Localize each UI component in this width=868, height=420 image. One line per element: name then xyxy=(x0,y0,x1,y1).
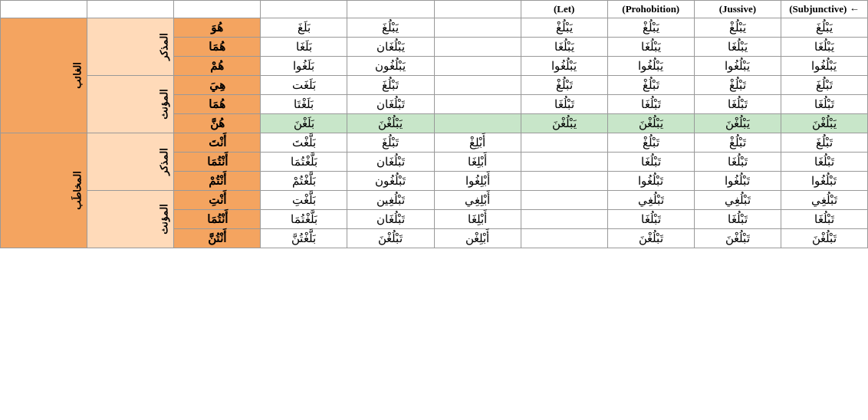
cell-imperative xyxy=(434,57,521,76)
cell-prohibition: تَبْلُغَا xyxy=(607,153,694,172)
cell-perfect: بَلَّغْتُمْ xyxy=(261,172,347,191)
cell-jussive: تَبْلُغْ xyxy=(694,76,781,95)
cell-jussive: يَبْلُغْنَ xyxy=(694,114,781,133)
cell-imperfect: تَبْلُغْنَ xyxy=(347,229,434,248)
cell-subjunctive: تَبْلُغَا xyxy=(781,210,867,229)
cell-prohibition: تَبْلُغْ xyxy=(607,76,694,95)
cell-perfect: بَلَّغْتُمَا xyxy=(261,210,347,229)
cell-perfect: بَلَغُوا xyxy=(261,57,347,76)
cell-imperative xyxy=(434,18,521,38)
cell-imperfect: يَبْلُغْنَ xyxy=(347,114,434,133)
cell-prohibition: تَبْلُغَا xyxy=(607,210,694,229)
cell-perfect: بَلَّغْتَ xyxy=(261,133,347,153)
cell-imperative: أَبْلِغْن xyxy=(434,229,521,248)
cell-imperative xyxy=(434,38,521,57)
cell-jussive: تَبْلُغَا xyxy=(694,153,781,172)
cell-perfect: بَلَغْتَا xyxy=(261,95,347,114)
cell-jussive: يَبْلُغْ xyxy=(694,18,781,38)
cell-gender: المؤنث xyxy=(87,76,174,133)
cell-gender: المذكر xyxy=(87,18,174,76)
cell-let: تَبْلُغْ xyxy=(521,76,607,95)
header-empty1 xyxy=(434,1,521,18)
cell-imperfect: تَبْلُغَ xyxy=(347,76,434,95)
table-body: يَبْلُغَيَبْلُغْيَبْلُغْيَبْلُغْيَبْلُغَ… xyxy=(1,18,868,248)
cell-pronoun: أَنْتُمْ xyxy=(174,172,261,191)
cell-subjunctive: يَبْلُغُوا xyxy=(781,57,867,76)
cell-imperfect: تَبْلُغُون xyxy=(347,172,434,191)
cell-prohibition: تَبْلُغْ xyxy=(607,133,694,153)
header-empty2 xyxy=(347,1,434,18)
table-row: تَبْلُغَتَبْلُغْتَبْلُغْتَبْلُغْتَبْلُغَ… xyxy=(1,76,868,95)
cell-subjunctive: تَبْلُغِي xyxy=(781,191,867,210)
cell-let: يَبْلُغُوا xyxy=(521,57,607,76)
cell-pronoun: أَنْتَ xyxy=(174,133,261,153)
cell-jussive: تَبْلُغَا xyxy=(694,95,781,114)
cell-let xyxy=(521,191,607,210)
cell-perfect: بَلَغَا xyxy=(261,38,347,57)
cell-jussive: تَبْلُغْنَ xyxy=(694,229,781,248)
cell-imperfect: تَبْلُغِين xyxy=(347,191,434,210)
cell-person: الغائب xyxy=(1,18,87,133)
header-empty3 xyxy=(261,1,347,18)
cell-pronoun: هُمَا xyxy=(174,95,261,114)
cell-perfect: بَلَّغْتُنَّ xyxy=(261,229,347,248)
cell-let xyxy=(521,229,607,248)
cell-prohibition: تَبْلُغِي xyxy=(607,191,694,210)
header-row: ← (Subjunctive) (Jussive) (Prohobition) … xyxy=(1,1,868,18)
table-row: يَبْلُغَيَبْلُغْيَبْلُغْيَبْلُغْيَبْلُغَ… xyxy=(1,18,868,38)
cell-imperative xyxy=(434,95,521,114)
cell-prohibition: يَبْلُغَا xyxy=(607,38,694,57)
cell-pronoun: أَنْتُمَا xyxy=(174,153,261,172)
cell-pronoun: أَنْتُنَّ xyxy=(174,229,261,248)
cell-person: المخاطَب xyxy=(1,133,87,248)
header-prohibition: (Prohobition) xyxy=(607,1,694,18)
cell-subjunctive: تَبْلُغَ xyxy=(781,76,867,95)
cell-subjunctive: تَبْلُغَا xyxy=(781,153,867,172)
cell-perfect: بَلَّغْتِ xyxy=(261,191,347,210)
cell-imperative: أَبْلِغُوا xyxy=(434,172,521,191)
cell-jussive: تَبْلُغِي xyxy=(694,191,781,210)
cell-imperative: أَبْلِغِي xyxy=(434,191,521,210)
cell-subjunctive: تَبْلُغْنَ xyxy=(781,229,867,248)
cell-imperfect: يَبْلُغَان xyxy=(347,38,434,57)
cell-jussive: تَبْلُغْ xyxy=(694,133,781,153)
cell-let: يَبْلُغَا xyxy=(521,38,607,57)
cell-imperfect: يَبْلُغُون xyxy=(347,57,434,76)
cell-let xyxy=(521,133,607,153)
cell-perfect: بَلَغَ xyxy=(261,18,347,38)
cell-subjunctive: يَبْلُغَ xyxy=(781,18,867,38)
header-empty4 xyxy=(174,1,261,18)
cell-let xyxy=(521,210,607,229)
header-jussive: (Jussive) xyxy=(694,1,781,18)
cell-pronoun: هُمَا xyxy=(174,38,261,57)
header-empty5 xyxy=(87,1,174,18)
cell-jussive: تَبْلُغَا xyxy=(694,210,781,229)
cell-imperfect: تَبْلُغَان xyxy=(347,210,434,229)
cell-prohibition: يَبْلُغْ xyxy=(607,18,694,38)
cell-let xyxy=(521,153,607,172)
cell-let: يَبْلُغْنَ xyxy=(521,114,607,133)
cell-imperfect: تَبْلُغَ xyxy=(347,133,434,153)
cell-imperative: أَبْلِغَا xyxy=(434,153,521,172)
cell-imperative: أَبْلِغَا xyxy=(434,210,521,229)
header-let: (Let) xyxy=(521,1,607,18)
cell-pronoun: أَنْتُمَا xyxy=(174,210,261,229)
cell-imperfect: تَبْلُغَان xyxy=(347,95,434,114)
conjugation-table: ← (Subjunctive) (Jussive) (Prohobition) … xyxy=(0,0,868,248)
cell-let xyxy=(521,172,607,191)
cell-prohibition: تَبْلُغْنَ xyxy=(607,229,694,248)
table-row: تَبْلُغَتَبْلُغْتَبْلُغْأَبْلِغْتَبْلُغَ… xyxy=(1,133,868,153)
cell-gender: المذكر xyxy=(87,133,174,191)
table-row: تَبْلُغِيتَبْلُغِيتَبْلُغِيأَبْلِغِيتَبْ… xyxy=(1,191,868,210)
cell-perfect: بَلَّغْتُمَا xyxy=(261,153,347,172)
cell-imperative xyxy=(434,114,521,133)
cell-subjunctive: تَبْلُغَا xyxy=(781,95,867,114)
cell-let: تَبْلُغَا xyxy=(521,95,607,114)
cell-pronoun: هُوَ xyxy=(174,18,261,38)
cell-imperfect: يَبْلُغَ xyxy=(347,18,434,38)
cell-prohibition: تَبْلُغَا xyxy=(607,95,694,114)
cell-let: يَبْلُغْ xyxy=(521,18,607,38)
header-subjunctive: ← (Subjunctive) xyxy=(781,1,867,18)
cell-prohibition: يَبْلُغُوا xyxy=(607,57,694,76)
cell-gender: المؤنث xyxy=(87,191,174,248)
